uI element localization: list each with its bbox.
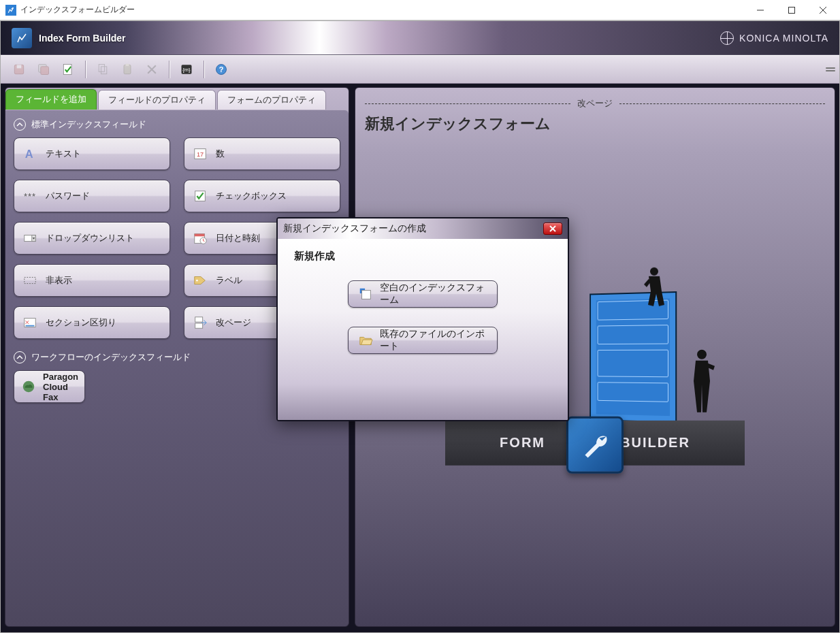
folder-open-icon (358, 333, 373, 348)
button-label: 既存のファイルのインポート (380, 328, 487, 353)
modal-overlay: 新規インデックスフォームの作成 新規作成 空白のインデックスフォーム 既存のファ… (1, 21, 839, 632)
import-file-button[interactable]: 既存のファイルのインポート (348, 327, 498, 354)
modal-title: 新規インデックスフォームの作成 (283, 223, 543, 235)
modal-subtitle: 新規作成 (294, 250, 551, 263)
blank-form-button[interactable]: 空白のインデックスフォーム (348, 280, 498, 308)
window-maximize-button[interactable] (776, 0, 807, 20)
window-close-button[interactable] (807, 0, 839, 20)
new-form-modal: 新規インデックスフォームの作成 新規作成 空白のインデックスフォーム 既存のファ… (276, 217, 569, 421)
tab-label: フィールドを追加 (16, 94, 86, 104)
window-title: インデックスフォームビルダー (20, 4, 745, 16)
svg-rect-38 (362, 291, 371, 299)
svg-rect-1 (789, 7, 795, 13)
app-icon (5, 5, 16, 16)
blank-form-icon (358, 287, 373, 302)
window-minimize-button[interactable] (745, 0, 776, 20)
tab-add-field[interactable]: フィールドを追加 (5, 89, 97, 110)
window-titlebar: インデックスフォームビルダー (0, 0, 840, 20)
modal-close-button[interactable] (543, 223, 562, 235)
button-label: 空白のインデックスフォーム (380, 282, 487, 306)
